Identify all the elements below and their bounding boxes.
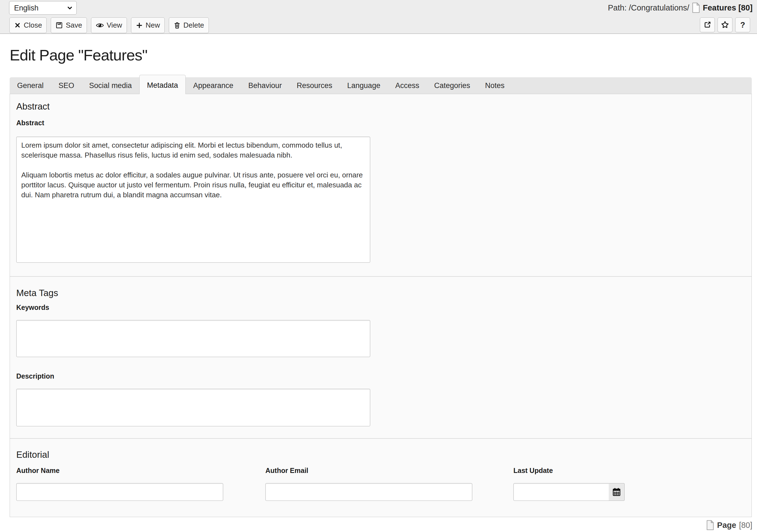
section-divider xyxy=(10,276,751,277)
footer-record-type: Page xyxy=(717,521,736,530)
save-icon xyxy=(55,21,63,29)
section-heading-editorial: Editorial xyxy=(16,450,49,460)
page-icon xyxy=(706,519,714,531)
trash-icon xyxy=(173,21,181,29)
description-label: Description xyxy=(16,372,54,380)
date-picker-button[interactable] xyxy=(609,483,624,501)
star-icon xyxy=(721,20,729,29)
new-button[interactable]: New xyxy=(131,17,165,33)
language-select[interactable]: English xyxy=(9,1,77,15)
tab-general[interactable]: General xyxy=(10,77,51,94)
record-footer: Page [80] xyxy=(706,519,752,531)
last-update-input[interactable] xyxy=(513,483,609,501)
section-heading-abstract: Abstract xyxy=(16,101,50,112)
save-button[interactable]: Save xyxy=(51,17,87,33)
close-button-label: Close xyxy=(24,21,42,30)
delete-button[interactable]: Delete xyxy=(169,17,209,33)
calendar-icon xyxy=(612,487,621,497)
metadata-form-panel: Abstract Abstract Lorem ipsum dolor sit … xyxy=(10,94,752,517)
doc-header: English Path: /Congratulations/ Features… xyxy=(0,0,757,34)
help-button[interactable]: ? xyxy=(735,17,750,32)
section-heading-meta-tags: Meta Tags xyxy=(16,288,58,298)
view-button[interactable]: View xyxy=(91,17,127,33)
tab-behaviour[interactable]: Behaviour xyxy=(241,77,289,94)
close-icon xyxy=(14,22,21,29)
last-update-label: Last Update xyxy=(513,467,553,475)
keywords-label: Keywords xyxy=(16,303,49,312)
tab-bar: General SEO Social media Metadata Appear… xyxy=(10,77,752,94)
bookmark-button[interactable] xyxy=(717,17,733,32)
open-in-new-window-button[interactable] xyxy=(700,17,715,32)
tab-metadata[interactable]: Metadata xyxy=(139,75,186,94)
tab-resources[interactable]: Resources xyxy=(289,77,340,94)
view-button-label: View xyxy=(107,21,122,30)
toolbar: Close Save xyxy=(9,17,209,33)
tab-appearance[interactable]: Appearance xyxy=(186,77,241,94)
record-title: Features [80] xyxy=(703,3,753,13)
eye-icon xyxy=(96,22,104,28)
docheader-icon-buttons: ? xyxy=(700,17,750,32)
keywords-textarea[interactable] xyxy=(16,320,370,357)
author-email-label: Author Email xyxy=(265,467,308,475)
language-select-wrap: English xyxy=(9,1,77,15)
abstract-textarea[interactable]: Lorem ipsum dolor sit amet, consectetur … xyxy=(16,137,370,263)
page-title: Edit Page "Features" xyxy=(10,46,147,64)
tab-language[interactable]: Language xyxy=(340,77,388,94)
author-email-input[interactable] xyxy=(265,483,472,501)
section-divider xyxy=(10,438,751,439)
author-name-label: Author Name xyxy=(16,467,60,475)
abstract-label: Abstract xyxy=(16,119,44,127)
plus-icon xyxy=(136,22,143,29)
footer-record-uid: [80] xyxy=(739,521,752,530)
tab-categories[interactable]: Categories xyxy=(427,77,478,94)
external-link-icon xyxy=(703,21,712,29)
path-label: Path: /Congratulations/ xyxy=(608,3,689,13)
tab-social-media[interactable]: Social media xyxy=(82,77,139,94)
tab-notes[interactable]: Notes xyxy=(477,77,512,94)
close-button[interactable]: Close xyxy=(9,17,46,33)
edit-page-screen: English Path: /Congratulations/ Features… xyxy=(0,0,757,532)
save-button-label: Save xyxy=(66,21,82,30)
delete-button-label: Delete xyxy=(183,21,204,30)
tab-seo[interactable]: SEO xyxy=(51,77,82,94)
new-button-label: New xyxy=(146,21,160,30)
description-textarea[interactable] xyxy=(16,389,370,426)
tab-access[interactable]: Access xyxy=(388,77,427,94)
breadcrumb: Path: /Congratulations/ Features [80] xyxy=(608,2,753,13)
author-name-input[interactable] xyxy=(16,483,223,501)
page-icon xyxy=(692,2,700,13)
